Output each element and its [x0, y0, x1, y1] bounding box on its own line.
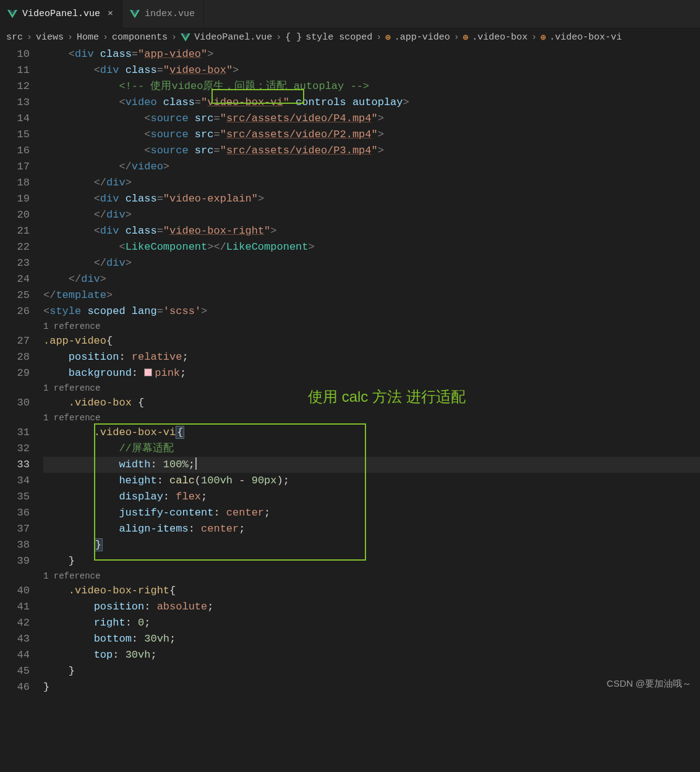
breadcrumb-file[interactable]: VideoPanel.vue [181, 32, 272, 43]
code-line[interactable]: right: 0; [43, 615, 700, 631]
breadcrumb-selector[interactable]: ⊕.video-box [463, 32, 527, 43]
codelens-references[interactable]: 1 reference [43, 569, 700, 583]
code-line[interactable]: <LikeComponent></LikeComponent> [43, 239, 700, 255]
vue-icon [130, 10, 140, 19]
code-line[interactable]: .video-box-vi{ [43, 425, 700, 441]
breadcrumb-item[interactable]: components [112, 32, 168, 43]
code-line[interactable]: </div> [43, 271, 700, 287]
breadcrumb-item[interactable]: views [36, 32, 64, 43]
code-line[interactable]: display: flex; [43, 489, 700, 505]
code-line[interactable]: <div class="video-explain"> [43, 191, 700, 207]
code-line[interactable]: <div class="video-box"> [43, 62, 700, 78]
code-line[interactable]: <!-- 使用video原生，问题：适配 autoplay --> [43, 78, 700, 95]
breadcrumb-selector[interactable]: ⊕.app-video [385, 32, 450, 43]
gutter: 1011121314151617181920212223242526272829… [0, 46, 43, 695]
code-line[interactable]: </template> [43, 287, 700, 303]
code-line[interactable]: <video class="video-box-vi" controls aut… [43, 95, 700, 111]
annotation-text: 使用 calc 方法 进行适配 [308, 389, 466, 405]
watermark: CSDN @要加油哦～ [607, 676, 691, 692]
code-line[interactable]: </div> [43, 175, 700, 191]
code-line[interactable]: bottom: 30vh; [43, 631, 700, 647]
breadcrumb: src› views› Home› components› VideoPanel… [0, 28, 700, 46]
code-line[interactable]: } [43, 663, 700, 679]
code-line[interactable]: position: absolute; [43, 599, 700, 615]
vue-icon [7, 10, 17, 19]
breadcrumb-item[interactable]: src [6, 32, 23, 43]
code-line[interactable]: } [43, 537, 700, 553]
breadcrumb-selector[interactable]: ⊕.video-box-vi [540, 32, 621, 43]
tab-label: index.vue [145, 9, 195, 19]
code-line[interactable]: <source src="src/assets/video/P2.mp4"> [43, 127, 700, 143]
text-cursor [195, 457, 197, 470]
code-line[interactable]: <source src="src/assets/video/P4.mp4"> [43, 111, 700, 127]
tab-index[interactable]: index.vue [122, 0, 204, 28]
codelens-references[interactable]: 1 reference [43, 411, 700, 425]
code-editor[interactable]: 1011121314151617181920212223242526272829… [0, 46, 700, 695]
css-rule-icon: ⊕ [540, 32, 545, 43]
css-rule-icon: ⊕ [463, 32, 468, 43]
codelens-references[interactable]: 1 reference [43, 320, 700, 333]
code-area[interactable]: <div class="app-video"> <div class="vide… [43, 46, 700, 695]
code-line[interactable]: position: relative; [43, 349, 700, 365]
code-line[interactable]: top: 30vh; [43, 647, 700, 663]
code-line[interactable]: <style scoped lang='scss'> [43, 303, 700, 320]
code-line[interactable]: <div class="video-box-right"> [43, 223, 700, 239]
code-line[interactable]: } [43, 679, 700, 695]
breadcrumb-item[interactable]: Home [77, 32, 99, 43]
code-line[interactable]: background: pink; [43, 365, 700, 381]
code-line[interactable]: <div class="app-video"> [43, 46, 700, 62]
code-line[interactable]: justify-content: center; [43, 505, 700, 521]
breadcrumb-style[interactable]: { }style scoped [285, 32, 372, 43]
color-swatch-icon[interactable] [144, 368, 152, 376]
tab-label: VideoPanel.vue [22, 9, 100, 19]
code-line[interactable]: .video-box-right{ [43, 583, 700, 599]
code-line[interactable]: height: calc(100vh - 90px); [43, 473, 700, 489]
code-line[interactable]: </div> [43, 207, 700, 223]
code-line[interactable]: //屏幕适配 [43, 441, 700, 457]
code-line[interactable]: align-items: center; [43, 521, 700, 537]
code-line[interactable]: .app-video{ [43, 333, 700, 349]
vue-icon [181, 33, 190, 42]
close-icon[interactable]: × [108, 9, 113, 19]
code-line[interactable]: </div> [43, 255, 700, 271]
tab-bar: VideoPanel.vue × index.vue [0, 0, 700, 28]
braces-icon: { } [285, 32, 302, 43]
code-line[interactable]: </video> [43, 159, 700, 175]
css-rule-icon: ⊕ [385, 32, 390, 43]
tab-videopanel[interactable]: VideoPanel.vue × [0, 0, 122, 28]
code-line[interactable]: <source src="src/assets/video/P3.mp4"> [43, 143, 700, 159]
code-line[interactable]: } [43, 553, 700, 569]
code-line[interactable]: width: 100%; [43, 457, 700, 473]
